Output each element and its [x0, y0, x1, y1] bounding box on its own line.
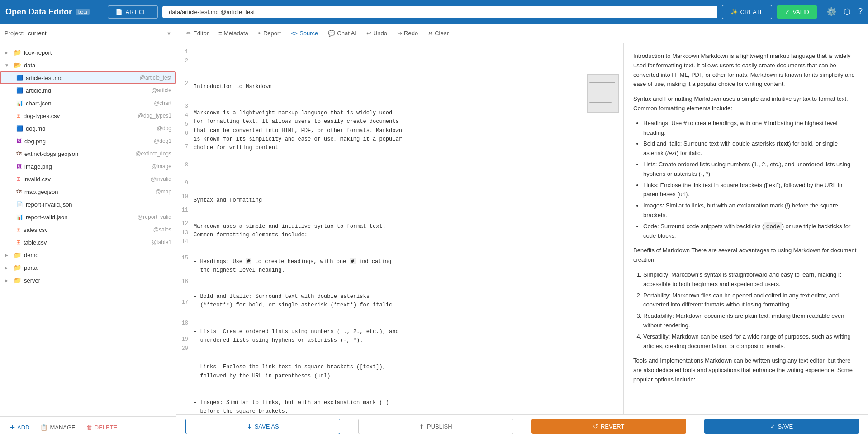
file-dog-types-csv[interactable]: ⊞ dog-types.csv @dog_types1 [0, 109, 176, 122]
file-image-png[interactable]: 🖼 image.png @image [0, 160, 176, 173]
revert-section: ↺ REVERT [522, 419, 695, 434]
revert-button[interactable]: ↺ REVERT [531, 419, 686, 434]
file-extinct-dogs-geojson[interactable]: 🗺 extinct-dogs.geojson @extinct_dogs [0, 147, 176, 160]
line-number: 4 [181, 111, 188, 120]
toolbar-chat-ai[interactable]: 💬 Chat AI [324, 28, 360, 38]
file-invalid-csv[interactable]: ⊞ invalid.csv @invalid [0, 173, 176, 185]
file-table-csv[interactable]: ⊞ table.csv @table1 [0, 236, 176, 249]
project-select[interactable]: current [28, 30, 163, 37]
folder-name: data [24, 62, 171, 69]
file-dog-png[interactable]: 🖼 dog.png @dog1 [0, 135, 176, 147]
csv-file-icon: ⊞ [16, 113, 21, 119]
file-alias: @sales [153, 226, 171, 233]
toolbar-redo[interactable]: ↪ Redo [394, 28, 422, 38]
line-number: 19 [181, 335, 188, 344]
settings-icon[interactable]: ⚙️ [826, 7, 836, 17]
preview-list-1: Headings: Use # to create headings, with… [633, 119, 859, 241]
file-report-valid-json[interactable]: 📊 report-valid.json @report_valid [0, 211, 176, 223]
expand-icon: ▶ [5, 278, 11, 283]
folder-portal[interactable]: ▶ 📁 portal [0, 261, 176, 274]
editor-preview-split: 1 2 2 3 4 5 6 7 8 9 10 11 12 13 [176, 43, 868, 414]
folder-name: portal [24, 264, 171, 271]
delete-icon: 🗑 [86, 424, 92, 431]
project-chevron-icon: ▼ [166, 31, 171, 36]
file-alias: @map [155, 188, 171, 195]
file-path-bar: data/article-test.md @article_test [162, 6, 717, 18]
code-editor[interactable]: 1 2 2 3 4 5 6 7 8 9 10 11 12 13 [176, 43, 624, 414]
app-name: Open Data Editor [5, 7, 72, 17]
file-path-text: data/article-test.md @article_test [169, 9, 255, 15]
file-name: map.geojson [24, 188, 152, 195]
file-name: dog-types.csv [24, 113, 135, 119]
toolbar-report[interactable]: ≈ Report [255, 28, 285, 38]
clear-label: Clear [435, 30, 449, 37]
editor-label: Editor [193, 30, 209, 37]
csv-file-icon: ⊞ [16, 226, 21, 233]
create-button[interactable]: ✨ CREATE [722, 5, 773, 19]
file-dog-md[interactable]: 🟦 dog.md @dog [0, 122, 176, 135]
line-number: 6 [181, 129, 188, 138]
json-file-icon: 📊 [16, 214, 23, 220]
preview-para-3: Benefits of Markdown There are several a… [633, 246, 859, 265]
editor-icon: ✏ [186, 30, 191, 37]
code-line: - Images: Similar to links, but with an … [194, 399, 619, 414]
code-content[interactable]: Introduction to Markdown Markdown is a l… [191, 43, 623, 414]
file-article-test-md[interactable]: 🟦 article-test.md @article_test [0, 71, 176, 84]
save-as-button[interactable]: ⬇ SAVE AS [185, 419, 340, 434]
png-file-icon: 🖼 [16, 138, 22, 144]
github-icon[interactable]: ⬡ [844, 7, 851, 17]
toolbar-clear[interactable]: ✕ Clear [424, 28, 452, 38]
folder-lcov-report[interactable]: ▶ 📁 lcov-report [0, 46, 176, 59]
csv-file-icon: ⊞ [16, 239, 21, 245]
undo-icon: ↩ [366, 30, 371, 37]
thumbnail-lines [589, 74, 617, 113]
report-label: Report [263, 30, 281, 37]
manage-button[interactable]: 📋 MANAGE [35, 421, 81, 433]
csv-invalid-file-icon: ⊞ [16, 176, 21, 182]
code-line: - Bold and Italic: Surround text with do… [194, 292, 619, 311]
add-button[interactable]: ✚ SAVE AS ADD [5, 421, 35, 433]
file-name: extinct-dogs.geojson [24, 151, 133, 157]
folder-demo[interactable]: ▶ 📁 demo [0, 249, 176, 261]
line-number: 13 [181, 229, 188, 238]
file-map-geojson[interactable]: 🗺 map.geojson @map [0, 185, 176, 198]
folder-server[interactable]: ▶ 📁 server [0, 274, 176, 287]
revert-icon: ↺ [593, 423, 598, 430]
line-number: 9 [181, 174, 188, 193]
file-alias: @article [152, 87, 171, 94]
help-icon[interactable]: ? [858, 7, 863, 17]
toolbar-source[interactable]: <> Source [287, 28, 322, 38]
toolbar-metadata[interactable]: ≡ Metadata [215, 28, 252, 38]
valid-button[interactable]: ✓ VALID [777, 5, 817, 19]
folder-data[interactable]: ▼ 📂 data [0, 59, 176, 71]
preview-para-1: Introduction to Markdown Markdown is a l… [633, 52, 859, 89]
valid-icon: ✓ [785, 9, 790, 15]
save-as-label: SAVE AS [255, 423, 279, 430]
file-sales-csv[interactable]: ⊞ sales.csv @sales [0, 223, 176, 236]
toolbar-editor[interactable]: ✏ Editor [183, 28, 212, 38]
file-alias: @report_valid [138, 214, 171, 220]
preview-para-4: Tools and Implementations Markdown can b… [633, 356, 859, 384]
code-line: Markdown is a lightweight markup languag… [194, 109, 619, 152]
list-item: Portability: Markdown files can be opene… [643, 291, 859, 310]
folder-icon: 📁 [14, 277, 21, 284]
metadata-label: Metadata [224, 30, 248, 37]
file-article-md[interactable]: 🟦 article.md @article [0, 84, 176, 97]
expand-icon: ▶ [5, 50, 11, 55]
list-item: Readability: Markdown documents are plai… [643, 311, 859, 330]
file-report-invalid-json[interactable]: 📄 report-invalid.json [0, 198, 176, 211]
app-header: Open Data Editor beta 📄 ARTICLE data/art… [0, 0, 868, 24]
article-tab[interactable]: 📄 ARTICLE [108, 5, 158, 19]
delete-button[interactable]: 🗑 DELETE [81, 421, 123, 433]
save-section: ✓ SAVE [695, 419, 868, 434]
toolbar-undo[interactable]: ↩ Undo [363, 28, 391, 38]
add-icon: ✚ [10, 424, 15, 431]
sidebar: Project: current ▼ ▶ 📁 lcov-report ▼ 📂 d… [0, 24, 176, 438]
json-file-icon: 📊 [16, 100, 23, 106]
json-plain-file-icon: 📄 [16, 201, 23, 207]
publish-button[interactable]: ⬆ PUBLISH [358, 419, 513, 434]
save-button[interactable]: ✓ SAVE [704, 419, 859, 434]
publish-section: ⬆ PUBLISH [349, 419, 522, 434]
file-chart-json[interactable]: 📊 chart.json @chart [0, 97, 176, 109]
file-name: dog.md [26, 125, 154, 132]
